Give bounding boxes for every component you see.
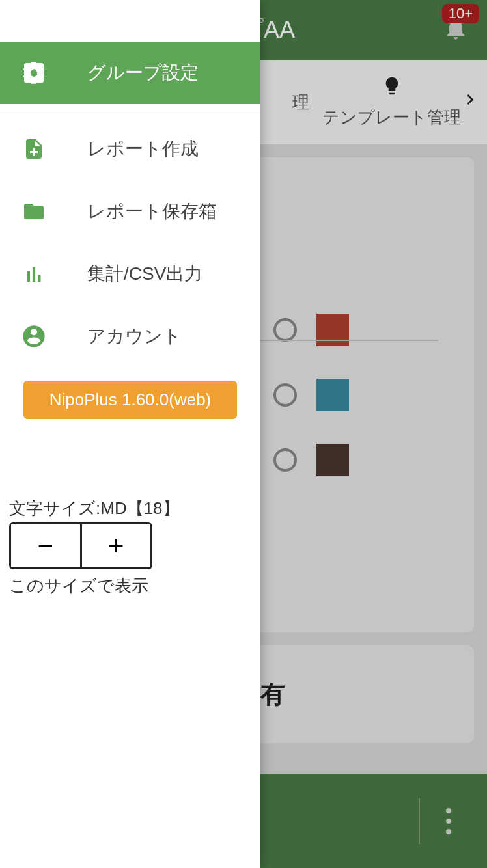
color-row[interactable] xyxy=(273,444,474,476)
bar-chart-icon xyxy=(20,262,48,286)
file-plus-icon xyxy=(20,136,48,162)
font-size-stepper: − + xyxy=(9,522,152,569)
font-size-caption: このサイズで表示 xyxy=(9,575,251,597)
radio-icon[interactable] xyxy=(273,383,297,407)
side-drawer: グループ設定 レポート作成 レポート保存箱 集計/CSV出力 アカウント Nip… xyxy=(0,0,260,868)
chevron-right-icon[interactable] xyxy=(460,89,480,113)
notifications-button[interactable]: 10+ xyxy=(443,14,469,46)
notifications-badge: 10+ xyxy=(442,4,479,23)
color-swatch-3 xyxy=(316,444,349,476)
lightbulb-icon xyxy=(382,75,402,101)
sidebar-item-account[interactable]: アカウント xyxy=(0,305,260,368)
sidebar-item-report-box[interactable]: レポート保存箱 xyxy=(0,180,260,243)
font-size-section: 文字サイズ:MD【18】 − + このサイズで表示 xyxy=(0,497,260,597)
font-size-label: 文字サイズ:MD【18】 xyxy=(9,497,251,520)
tab-template[interactable]: テンプレート管理 xyxy=(322,75,461,129)
sidebar-item-label: レポート保存箱 xyxy=(87,199,217,224)
tab-label: 理 xyxy=(292,91,309,114)
sidebar-item-report-create[interactable]: レポート作成 xyxy=(0,118,260,180)
gear-icon xyxy=(20,60,48,86)
sidebar-item-label: レポート作成 xyxy=(87,137,199,161)
folder-icon xyxy=(20,200,48,223)
user-icon xyxy=(20,323,48,349)
sidebar-item-label: アカウント xyxy=(87,324,182,349)
color-swatch-2 xyxy=(316,379,349,411)
divider xyxy=(0,111,260,111)
sidebar-item-label: グループ設定 xyxy=(87,61,199,85)
version-badge[interactable]: NipoPlus 1.60.0(web) xyxy=(23,381,237,419)
color-swatch-1 xyxy=(316,314,349,346)
radio-icon[interactable] xyxy=(273,318,297,342)
card-text-fragment: 有 xyxy=(260,678,285,711)
radio-icon[interactable] xyxy=(273,448,297,472)
font-size-increase-button[interactable]: + xyxy=(82,524,151,567)
sidebar-item-label: 集計/CSV出力 xyxy=(87,262,202,286)
sidebar-item-group-settings[interactable]: グループ設定 xyxy=(0,42,260,104)
color-row[interactable] xyxy=(273,314,474,346)
sidebar-item-csv[interactable]: 集計/CSV出力 xyxy=(0,243,260,305)
svg-point-0 xyxy=(31,70,37,76)
color-row[interactable] xyxy=(273,379,474,411)
font-size-decrease-button[interactable]: − xyxy=(11,524,82,567)
tab-label: テンプレート管理 xyxy=(322,106,461,129)
kebab-menu-button[interactable] xyxy=(419,798,451,844)
tab-partial[interactable]: 理 xyxy=(292,91,309,114)
